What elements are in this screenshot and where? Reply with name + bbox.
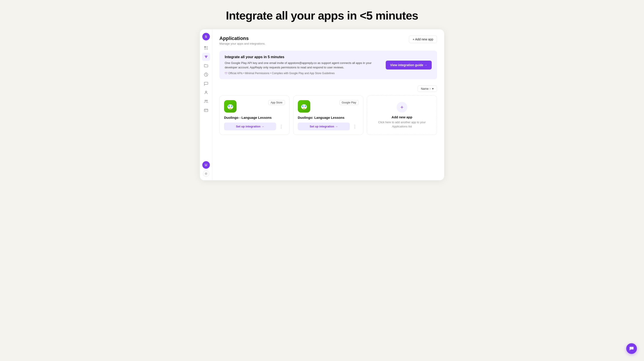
app-store-badge-1: Google Play: [339, 100, 359, 105]
svg-rect-0: [204, 46, 206, 48]
sidebar-avatar[interactable]: S: [202, 33, 210, 40]
view-integration-guide-button[interactable]: View integration guide →: [386, 60, 432, 70]
svg-point-16: [206, 173, 206, 174]
app-icon-1: [298, 100, 310, 112]
sidebar-settings-icon[interactable]: [203, 170, 209, 177]
svg-rect-2: [204, 48, 206, 50]
title-block: Applications Manage your apps and integr…: [220, 36, 265, 45]
app-store-badge-0: App Store: [268, 100, 285, 105]
sidebar-item-dashboard[interactable]: [202, 44, 210, 52]
integration-banner: Integrate all your apps in 5 minutes One…: [220, 50, 437, 79]
main-content: Applications Manage your apps and integr…: [212, 29, 444, 180]
svg-point-23: [232, 106, 232, 106]
app-card-header-1: Google Play: [298, 100, 359, 112]
page-subtitle: Manage your apps and integrations.: [220, 42, 265, 45]
sort-label: Name ↑: [421, 87, 431, 90]
svg-point-11: [206, 91, 207, 92]
svg-point-13: [206, 100, 208, 101]
app-card-1: Google Play Duolingo: Language Lessons S…: [293, 96, 363, 135]
sidebar-item-users[interactable]: [202, 88, 210, 96]
sidebar-bottom: U: [202, 161, 210, 177]
add-circle-icon: +: [396, 102, 407, 112]
banner-description: One Google Play API key and one email in…: [225, 61, 381, 70]
sidebar-item-billing[interactable]: [202, 106, 210, 114]
page-title: Applications: [220, 36, 265, 41]
set-up-integration-button-0[interactable]: Set up integration →: [224, 122, 276, 130]
sidebar-item-integrations[interactable]: [202, 53, 210, 61]
svg-rect-15: [205, 110, 206, 111]
sidebar: S: [200, 29, 212, 180]
svg-point-31: [303, 106, 303, 106]
chat-bubble-button[interactable]: [626, 343, 637, 354]
add-new-app-card[interactable]: + Add new app Click here to add another …: [367, 96, 437, 135]
sidebar-item-teams[interactable]: [202, 97, 210, 105]
banner-content: Integrate all your apps in 5 minutes One…: [225, 55, 381, 75]
svg-point-22: [229, 106, 230, 106]
add-new-app-button[interactable]: + Add new app: [409, 36, 437, 43]
banner-title: Integrate all your apps in 5 minutes: [225, 55, 381, 59]
sidebar-user-avatar[interactable]: U: [202, 161, 210, 169]
app-icon-0: [224, 100, 236, 112]
svg-point-12: [205, 100, 206, 101]
shield-icon: 🛡: [225, 72, 228, 75]
app-card-header-0: App Store: [224, 100, 285, 112]
sidebar-item-folder[interactable]: [202, 62, 210, 70]
set-up-integration-button-1[interactable]: Set up integration →: [298, 122, 350, 130]
svg-rect-1: [206, 46, 208, 48]
page-headline: Integrate all your apps in <5 minutes: [226, 9, 418, 22]
add-app-title: Add new app: [392, 115, 412, 119]
app-window: S: [200, 29, 444, 180]
app-name-0: Duolingo - Language Lessons: [224, 116, 285, 120]
sidebar-item-messages[interactable]: [202, 80, 210, 88]
svg-point-34: [303, 107, 305, 108]
app-name-1: Duolingo: Language Lessons: [298, 116, 359, 120]
sidebar-item-analytics[interactable]: [202, 70, 210, 78]
more-options-button-1[interactable]: ⋮: [351, 123, 359, 130]
svg-rect-3: [206, 48, 208, 50]
more-options-button-0[interactable]: ⋮: [277, 123, 285, 130]
main-header: Applications Manage your apps and integr…: [220, 36, 437, 45]
sort-bar: Name ↑ ▾: [220, 86, 437, 92]
svg-rect-14: [204, 109, 208, 112]
app-card-0: App Store Duolingo - Language Lessons Se…: [220, 96, 290, 135]
svg-point-25: [230, 107, 231, 108]
sort-button[interactable]: Name ↑ ▾: [418, 86, 437, 92]
app-grid: App Store Duolingo - Language Lessons Se…: [220, 96, 437, 135]
svg-point-32: [305, 106, 306, 106]
app-card-footer-0: Set up integration → ⋮: [224, 122, 285, 130]
app-card-footer-1: Set up integration → ⋮: [298, 122, 359, 130]
banner-meta: 🛡 Official APIs • Minimal Permissions • …: [225, 72, 381, 75]
add-app-description: Click here to add another app to your Ap…: [372, 120, 432, 128]
chevron-down-icon: ▾: [432, 87, 434, 90]
